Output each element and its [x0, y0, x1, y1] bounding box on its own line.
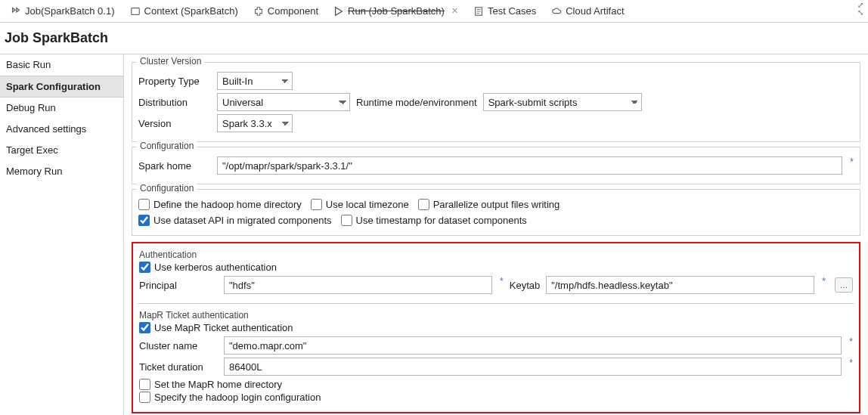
distribution-label: Distribution: [138, 97, 211, 108]
tab-component-label: Component: [268, 5, 318, 17]
required-marker: *: [822, 276, 826, 286]
set-mapr-home-label: Set the MapR home directory: [154, 379, 282, 390]
run-icon: [333, 6, 344, 17]
use-kerberos-label: Use kerberos authentication: [154, 262, 277, 273]
use-kerberos-row[interactable]: Use kerberos authentication: [139, 262, 853, 273]
ticket-duration-input[interactable]: [224, 358, 842, 376]
component-icon: [253, 6, 264, 17]
use-local-timezone-checkbox[interactable]: [311, 199, 322, 210]
main-panel: Cluster Version Property Type Built-In D…: [124, 54, 868, 415]
use-dataset-api-checkbox[interactable]: [138, 215, 150, 226]
principal-label: Principal: [139, 280, 218, 291]
define-hadoop-home-row[interactable]: Define the hadoop home directory: [138, 199, 302, 210]
use-kerberos-checkbox[interactable]: [139, 262, 150, 273]
tab-run-label: Run (Job SparkBatch): [348, 5, 445, 17]
principal-input[interactable]: [224, 276, 492, 294]
cluster-name-input[interactable]: [224, 336, 842, 355]
mapr-legend: MapR Ticket authentication: [139, 310, 853, 321]
property-type-select[interactable]: Built-In: [217, 72, 293, 90]
context-icon: [130, 6, 141, 17]
tab-run[interactable]: Run (Job SparkBatch) ✕: [326, 2, 466, 20]
tab-context[interactable]: Context (SparkBatch): [122, 2, 246, 20]
configuration-options-group: Configuration Define the hadoop home dir…: [132, 189, 860, 236]
authentication-legend: Authentication: [139, 249, 853, 260]
configuration-spark-home-group: Configuration Spark home *: [132, 147, 860, 184]
set-mapr-home-checkbox[interactable]: [139, 379, 150, 390]
set-mapr-home-row[interactable]: Set the MapR home directory: [139, 379, 853, 390]
version-label: Version: [138, 118, 211, 129]
runtime-mode-label: Runtime mode/environment: [356, 97, 477, 108]
parallelize-label: Parallelize output files writing: [433, 199, 560, 210]
configuration2-legend: Configuration: [137, 183, 197, 194]
spark-home-label: Spark home: [138, 160, 211, 172]
parallelize-row[interactable]: Parallelize output files writing: [418, 199, 560, 210]
close-icon[interactable]: ✕: [451, 6, 458, 16]
sidebar: Basic Run Spark Configuration Debug Run …: [0, 54, 124, 415]
tab-cloud-artifact-label: Cloud Artifact: [566, 5, 624, 17]
ticket-duration-label: Ticket duration: [139, 361, 218, 373]
page-title: Job SparkBatch: [0, 23, 868, 54]
svg-rect-0: [131, 8, 139, 14]
cluster-name-label: Cluster name: [139, 340, 218, 352]
use-timestamp-checkbox[interactable]: [341, 215, 352, 226]
specify-hadoop-login-label: Specify the hadoop login configuration: [154, 392, 321, 403]
spark-home-input[interactable]: [217, 156, 842, 175]
use-timestamp-label: Use timestamp for dataset components: [356, 215, 527, 226]
define-hadoop-home-checkbox[interactable]: [138, 199, 150, 210]
use-timestamp-row[interactable]: Use timestamp for dataset components: [341, 215, 527, 226]
tab-cloud-artifact[interactable]: Cloud Artifact: [544, 2, 631, 20]
minimize-icon[interactable]: ⤡: [857, 9, 863, 17]
use-local-timezone-label: Use local timezone: [326, 199, 409, 210]
test-cases-icon: [473, 6, 484, 17]
tab-job-label: Job(SparkBatch 0.1): [25, 5, 115, 17]
required-marker: *: [850, 156, 854, 167]
tab-job[interactable]: Job(SparkBatch 0.1): [3, 2, 122, 20]
use-local-timezone-row[interactable]: Use local timezone: [311, 199, 409, 210]
tab-context-label: Context (SparkBatch): [144, 5, 238, 17]
keytab-browse-button[interactable]: …: [835, 277, 853, 293]
sidebar-item-target-exec[interactable]: Target Exec: [0, 140, 123, 161]
sidebar-item-advanced-settings[interactable]: Advanced settings: [0, 119, 123, 140]
keytab-input[interactable]: [546, 276, 814, 294]
property-type-label: Property Type: [138, 76, 211, 87]
sidebar-item-debug-run[interactable]: Debug Run: [0, 98, 123, 119]
use-mapr-label: Use MapR Ticket authentication: [154, 322, 293, 333]
authentication-highlight-box: Authentication Use kerberos authenticati…: [132, 242, 860, 413]
tab-component[interactable]: Component: [246, 2, 326, 20]
use-dataset-api-row[interactable]: Use dataset API in migrated components: [138, 215, 332, 226]
cluster-version-group: Cluster Version Property Type Built-In D…: [132, 62, 860, 142]
sidebar-item-memory-run[interactable]: Memory Run: [0, 161, 123, 182]
define-hadoop-home-label: Define the hadoop home directory: [153, 199, 302, 210]
editor-tabs: Job(SparkBatch 0.1) Context (SparkBatch)…: [0, 0, 868, 23]
use-mapr-checkbox[interactable]: [139, 322, 150, 333]
parallelize-checkbox[interactable]: [418, 199, 429, 210]
specify-hadoop-login-row[interactable]: Specify the hadoop login configuration: [139, 392, 853, 403]
required-marker: *: [500, 276, 504, 286]
cloud-artifact-icon: [551, 6, 562, 17]
keytab-label: Keytab: [510, 280, 540, 291]
window-controls: ⤢ ⤡: [857, 2, 863, 17]
tab-test-cases[interactable]: Test Cases: [466, 2, 544, 20]
use-dataset-api-label: Use dataset API in migrated components: [153, 215, 332, 226]
mapr-ticket-group: MapR Ticket authentication Use MapR Tick…: [138, 308, 854, 406]
authentication-group: Authentication Use kerberos authenticati…: [138, 248, 854, 299]
version-select[interactable]: Spark 3.3.x: [217, 114, 293, 132]
distribution-select[interactable]: Universal: [217, 93, 350, 111]
required-marker: *: [849, 336, 853, 347]
required-marker: *: [849, 358, 853, 368]
sidebar-item-basic-run[interactable]: Basic Run: [0, 54, 123, 76]
separator: [138, 303, 854, 304]
sidebar-item-spark-configuration[interactable]: Spark Configuration: [0, 76, 123, 98]
runtime-mode-select[interactable]: Spark-submit scripts: [483, 93, 642, 111]
specify-hadoop-login-checkbox[interactable]: [139, 392, 150, 403]
cluster-version-legend: Cluster Version: [137, 56, 204, 67]
job-icon: [11, 6, 21, 17]
use-mapr-row[interactable]: Use MapR Ticket authentication: [139, 322, 853, 333]
configuration1-legend: Configuration: [137, 141, 197, 151]
tab-test-cases-label: Test Cases: [488, 5, 536, 17]
